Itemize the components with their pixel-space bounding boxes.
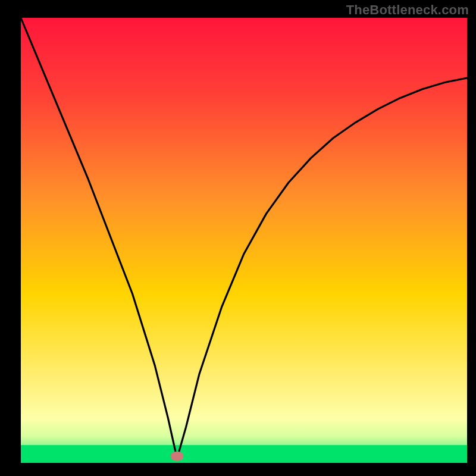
chart-frame: TheBottleneck.com (0, 0, 476, 476)
bottleneck-chart (0, 0, 476, 476)
watermark-text: TheBottleneck.com (346, 2, 469, 18)
optimal-marker (171, 452, 184, 461)
green-band (21, 445, 467, 463)
gradient-background (21, 18, 467, 463)
